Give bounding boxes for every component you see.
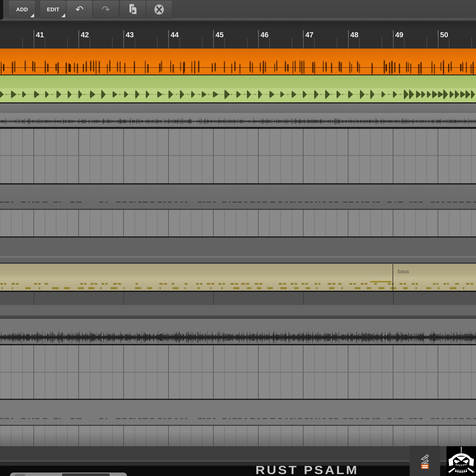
ruler-quarter-tick (382, 37, 382, 49)
edit-button-label: EDIT (47, 6, 59, 13)
watermark-tile (410, 446, 440, 476)
panel-corner-notch (0, 0, 3, 20)
lane-divider (0, 372, 476, 373)
arranger-grid-lanes[interactable] (0, 129, 476, 183)
ruler-quarter-tick (34, 37, 34, 49)
ruler-bar-number: 50 (440, 31, 448, 39)
bass-note-clip[interactable]: bass (0, 264, 476, 291)
ruler-bar-number: 47 (305, 31, 313, 39)
faint-waveform-dashes (0, 417, 476, 420)
clip-label: bass (398, 268, 409, 274)
ruler-quarter-tick (337, 37, 337, 49)
noise-audio-strip[interactable] (0, 319, 476, 344)
track-separator (0, 102, 476, 103)
artwork-title: RUST PSALM (255, 463, 359, 476)
timeline-ruler[interactable]: 0 41424344454647484950 (0, 21, 476, 49)
ruler-quarter-tick (404, 37, 405, 49)
panel-chip (15, 474, 25, 476)
track-lane[interactable] (0, 305, 476, 316)
ruler-quarter-tick (270, 37, 270, 49)
ruler-quarter-tick (67, 37, 68, 49)
arranger-grid-lanes[interactable] (0, 426, 476, 446)
skull-logo-tile (446, 446, 476, 476)
lane-divider (0, 155, 476, 156)
ruler-quarter-tick (427, 37, 427, 49)
track-separator (0, 399, 476, 400)
undo-button[interactable]: ↶ (67, 1, 92, 18)
bar-grid-line (213, 292, 214, 305)
duplicate-button[interactable] (120, 1, 146, 18)
add-button[interactable]: ADD (9, 1, 35, 18)
bar-grid-line (123, 292, 124, 305)
ruler-quarter-tick (123, 37, 124, 49)
dropdown-corner-icon (30, 14, 34, 17)
daw-arranger-screen: ADD EDIT ↶ ↷ 0 414243444 (0, 0, 476, 476)
automation-lane[interactable] (0, 292, 476, 306)
ruler-quarter-tick (292, 37, 292, 49)
ruler-bar-number: 48 (350, 31, 358, 39)
bottom-bar-top (0, 446, 476, 461)
ruler-quarter-tick (112, 37, 113, 49)
arb-monogram-icon (421, 454, 429, 469)
track-separator (0, 344, 476, 345)
ruler-bar-number: 41 (36, 31, 44, 39)
track-lane[interactable] (0, 103, 476, 113)
track-lane[interactable] (0, 238, 476, 264)
bass-note-pattern (0, 264, 476, 291)
bottom-bar: RUST PSALM (0, 446, 476, 476)
ruler-quarter-tick (438, 37, 438, 49)
arranger-grid-lanes[interactable] (0, 210, 476, 237)
track-separator (0, 291, 476, 292)
green-audio-clip[interactable] (0, 75, 476, 102)
ruler-quarter-tick (314, 37, 315, 49)
undo-icon: ↶ (75, 5, 84, 15)
ruler-quarter-tick (213, 37, 214, 49)
ruler-quarter-tick (135, 37, 135, 49)
ruler-quarter-tick (157, 37, 157, 49)
ruler-quarter-tick (168, 37, 169, 49)
ruler-bar-number: 42 (81, 31, 89, 39)
ruler-quarter-tick (180, 37, 180, 49)
ruler-bar-number: 43 (126, 31, 134, 39)
ruler-bar-number: 49 (395, 31, 403, 39)
ruler-bar-number: 45 (216, 31, 223, 39)
duplicate-icon (128, 3, 138, 16)
orange-waveform (0, 49, 476, 75)
ruler-quarter-tick (348, 37, 348, 49)
ruler-quarter-tick (258, 37, 258, 49)
orange-audio-clip[interactable] (0, 49, 476, 75)
bottom-panel-edge[interactable] (10, 473, 127, 476)
delete-icon (153, 3, 165, 16)
add-button-label: ADD (16, 6, 28, 13)
ruler-quarter-tick (393, 37, 393, 49)
skull-headphones-icon (446, 446, 476, 476)
ruler-quarter-tick (224, 37, 225, 49)
ruler-quarter-tick (90, 37, 90, 49)
redo-icon: ↷ (102, 5, 110, 15)
ruler-quarter-tick (303, 37, 303, 49)
track-separator (0, 237, 476, 238)
track-lane[interactable] (0, 400, 476, 426)
bar-grid-line (393, 292, 394, 305)
panel-chip (62, 474, 110, 476)
clip-boundary[interactable] (392, 264, 393, 291)
track-separator (0, 127, 476, 129)
redo-button[interactable]: ↷ (93, 1, 119, 18)
bar-grid-line (303, 292, 304, 305)
bar-grid-line (34, 292, 34, 305)
ruler-quarter-tick (359, 37, 359, 49)
ruler-quarter-tick (45, 37, 45, 49)
toolbar: ADD EDIT ↶ ↷ (0, 0, 476, 21)
delete-button[interactable] (146, 1, 172, 18)
edit-button[interactable]: EDIT (40, 1, 66, 18)
ruler-quarter-tick (472, 37, 472, 49)
bottom-bar-mid (0, 461, 476, 466)
thin-audio-strip[interactable] (0, 113, 476, 127)
track-lane[interactable] (0, 185, 476, 209)
arranger-grid-lanes[interactable] (0, 345, 476, 399)
lane-divider (0, 256, 476, 257)
dropdown-corner-icon (61, 14, 65, 17)
ruler-quarter-tick (79, 37, 79, 49)
dense-noise-waveform (0, 319, 476, 344)
ruler-quarter-tick (202, 37, 203, 49)
